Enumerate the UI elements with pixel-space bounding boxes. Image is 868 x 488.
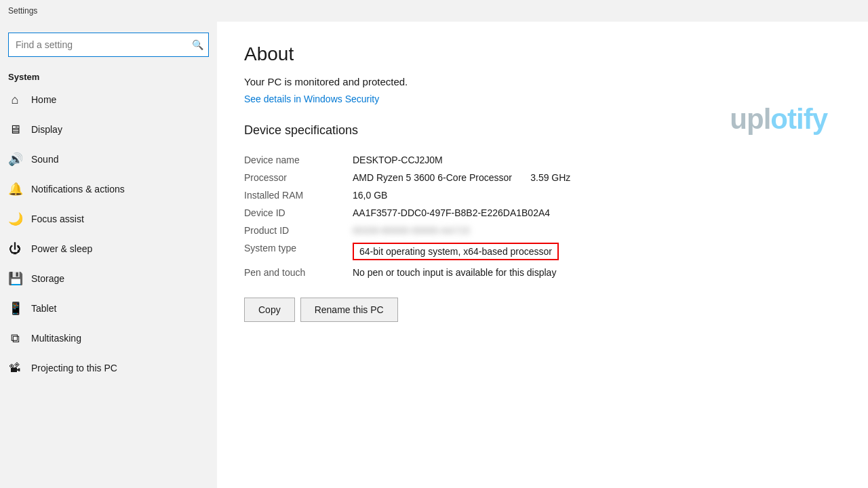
- display-icon: 🖥: [8, 123, 22, 137]
- sidebar-item-label-storage: Storage: [31, 273, 64, 284]
- spec-label-system-type: System type: [244, 239, 353, 264]
- spec-value-pen-touch: No pen or touch input is available for t…: [353, 264, 841, 281]
- home-icon: ⌂: [8, 93, 22, 107]
- sidebar-item-label-sound: Sound: [31, 154, 58, 165]
- spec-row-device-id: Device ID AA1F3577-DDC0-497F-B8B2-E226DA…: [244, 204, 841, 222]
- product-id-blurred: 00330-80000-00000-AA715: [353, 225, 470, 236]
- spec-row-ram: Installed RAM 16,0 GB: [244, 186, 841, 204]
- sidebar-item-tablet[interactable]: 📱 Tablet: [0, 293, 217, 323]
- spec-label-product-id: Product ID: [244, 222, 353, 239]
- copy-button[interactable]: Copy: [244, 298, 295, 322]
- sidebar-item-label-projecting: Projecting to this PC: [31, 363, 117, 373]
- sound-icon: 🔊: [8, 152, 22, 167]
- spec-row-device-name: Device name DESKTOP-CCJ2J0M: [244, 151, 841, 169]
- power-icon: ⏻: [8, 242, 22, 256]
- focus-icon: 🌙: [8, 211, 22, 226]
- pc-status-text: Your PC is monitored and protected.: [244, 76, 841, 87]
- action-buttons: Copy Rename this PC: [244, 298, 841, 327]
- sidebar-item-sound[interactable]: 🔊 Sound: [0, 144, 217, 174]
- spec-label-ram: Installed RAM: [244, 186, 353, 204]
- storage-icon: 💾: [8, 271, 22, 286]
- security-link[interactable]: See details in Windows Security: [244, 94, 379, 104]
- projecting-icon: 📽: [8, 361, 22, 375]
- spec-row-pen-touch: Pen and touch No pen or touch input is a…: [244, 264, 841, 281]
- spec-value-product-id: 00330-80000-00000-AA715: [353, 222, 841, 239]
- sidebar: 🔍 System ⌂ Home 🖥 Display 🔊 Sound 🔔 Noti…: [0, 22, 217, 488]
- sidebar-item-label-home: Home: [31, 94, 56, 105]
- sidebar-item-home[interactable]: ⌂ Home: [0, 85, 217, 115]
- tablet-icon: 📱: [8, 301, 22, 316]
- sidebar-item-label-multitasking: Multitasking: [31, 333, 81, 344]
- rename-button[interactable]: Rename this PC: [300, 298, 398, 322]
- sidebar-item-label-power: Power & sleep: [31, 243, 92, 254]
- titlebar-label: Settings: [8, 6, 37, 16]
- notifications-icon: 🔔: [8, 182, 22, 197]
- spec-value-processor: AMD Ryzen 5 3600 6-Core Processor 3.59 G…: [353, 169, 841, 186]
- device-specs-title: Device specifications: [244, 123, 841, 138]
- sidebar-item-display[interactable]: 🖥 Display: [0, 115, 217, 144]
- sidebar-item-power[interactable]: ⏻ Power & sleep: [0, 234, 217, 264]
- content-area: uplotify About Your PC is monitored and …: [217, 22, 868, 488]
- spec-row-processor: Processor AMD Ryzen 5 3600 6-Core Proces…: [244, 169, 841, 186]
- page-title: About: [244, 43, 841, 65]
- multitasking-icon: ⧉: [8, 331, 22, 346]
- sidebar-item-storage[interactable]: 💾 Storage: [0, 264, 217, 293]
- sidebar-item-multitasking[interactable]: ⧉ Multitasking: [0, 323, 217, 353]
- spec-label-processor: Processor: [244, 169, 353, 186]
- system-section-label: System: [0, 65, 217, 85]
- sidebar-item-label-tablet: Tablet: [31, 303, 56, 314]
- specs-table: Device name DESKTOP-CCJ2J0M Processor AM…: [244, 151, 841, 281]
- search-box-wrapper: 🔍: [0, 27, 217, 65]
- spec-label-device-id: Device ID: [244, 204, 353, 222]
- sidebar-item-focus[interactable]: 🌙 Focus assist: [0, 204, 217, 234]
- sidebar-item-label-focus: Focus assist: [31, 214, 84, 224]
- spec-value-ram: 16,0 GB: [353, 186, 841, 204]
- sidebar-item-projecting[interactable]: 📽 Projecting to this PC: [0, 353, 217, 383]
- system-type-highlight: 64-bit operating system, x64-based proce…: [353, 243, 559, 260]
- sidebar-item-label-display: Display: [31, 124, 62, 135]
- spec-value-device-name: DESKTOP-CCJ2J0M: [353, 151, 841, 169]
- titlebar: Settings: [0, 0, 868, 22]
- search-box-container: 🔍: [8, 33, 209, 57]
- spec-row-product-id: Product ID 00330-80000-00000-AA715: [244, 222, 841, 239]
- spec-value-device-id: AA1F3577-DDC0-497F-B8B2-E226DA1B02A4: [353, 204, 841, 222]
- sidebar-item-notifications[interactable]: 🔔 Notifications & actions: [0, 174, 217, 204]
- spec-label-pen-touch: Pen and touch: [244, 264, 353, 281]
- spec-label-device-name: Device name: [244, 151, 353, 169]
- sidebar-item-label-notifications: Notifications & actions: [31, 184, 125, 195]
- search-input[interactable]: [8, 33, 209, 57]
- spec-row-system-type: System type 64-bit operating system, x64…: [244, 239, 841, 264]
- spec-value-system-type: 64-bit operating system, x64-based proce…: [353, 239, 841, 264]
